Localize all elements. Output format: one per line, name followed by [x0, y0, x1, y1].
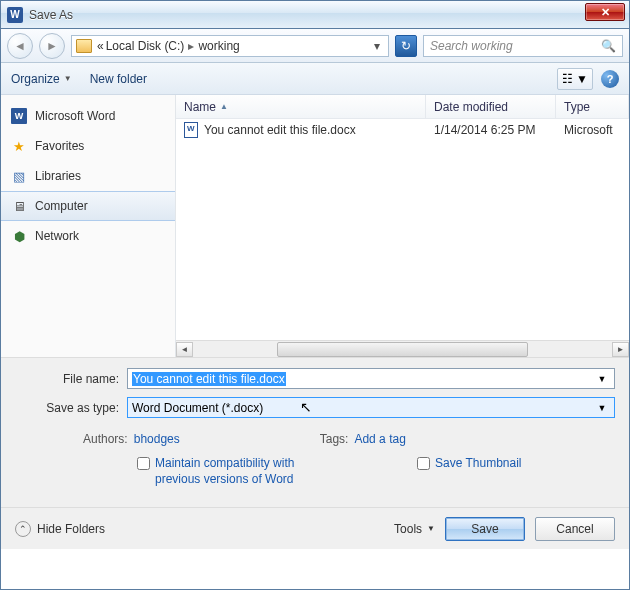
new-folder-label: New folder — [90, 72, 147, 86]
cancel-label: Cancel — [556, 522, 593, 536]
refresh-button[interactable]: ↻ — [395, 35, 417, 57]
breadcrumb-prefix: « — [97, 39, 104, 53]
content-area: W Microsoft Word ★ Favorites ▧ Libraries… — [1, 95, 629, 357]
nav-bar: ◄ ► « Local Disk (C:) ▸ working ▾ ↻ Sear… — [1, 29, 629, 63]
tools-button[interactable]: Tools ▼ — [394, 522, 435, 536]
star-icon: ★ — [11, 138, 27, 154]
save-as-dialog: W Save As ✕ ◄ ► « Local Disk (C:) ▸ work… — [0, 0, 630, 590]
footer: ⌃ Hide Folders Tools ▼ Save Cancel — [1, 507, 629, 549]
column-date[interactable]: Date modified — [426, 95, 556, 118]
file-date: 1/14/2014 6:25 PM — [426, 121, 556, 139]
file-type: Microsoft — [556, 121, 629, 139]
window-title: Save As — [29, 8, 73, 22]
column-date-label: Date modified — [434, 100, 508, 114]
chevron-down-icon: ▼ — [576, 72, 588, 86]
filename-dropdown-icon[interactable]: ▼ — [594, 374, 610, 384]
column-type-label: Type — [564, 100, 590, 114]
horizontal-scrollbar[interactable]: ◄ ► — [176, 340, 629, 357]
column-name[interactable]: Name ▲ — [176, 95, 426, 118]
libraries-icon: ▧ — [11, 168, 27, 184]
chevron-right-icon: ▸ — [186, 39, 196, 53]
sidebar-item-favorites[interactable]: ★ Favorites — [1, 131, 175, 161]
titlebar: W Save As ✕ — [1, 1, 629, 29]
column-name-label: Name — [184, 100, 216, 114]
maintain-compat-checkbox[interactable]: Maintain compatibility with previous ver… — [137, 456, 297, 487]
folder-icon — [76, 39, 92, 53]
chevron-down-icon: ▼ — [427, 524, 435, 533]
scroll-left-button[interactable]: ◄ — [176, 342, 193, 357]
search-input[interactable]: Search working 🔍 — [423, 35, 623, 57]
breadcrumb-dropdown-icon[interactable]: ▾ — [370, 39, 384, 53]
save-thumbnail-input[interactable] — [417, 457, 430, 470]
tags-field[interactable]: Tags: Add a tag — [320, 432, 406, 446]
save-thumbnail-label: Save Thumbnail — [435, 456, 522, 472]
metadata-row: Authors: bhodges Tags: Add a tag — [15, 432, 615, 446]
authors-value: bhodges — [134, 432, 180, 446]
save-label: Save — [471, 522, 498, 536]
column-type[interactable]: Type — [556, 95, 629, 118]
tags-label: Tags: — [320, 432, 349, 446]
search-placeholder: Search working — [430, 39, 513, 53]
filename-row: File name: You cannot edit this file.doc… — [15, 368, 615, 389]
savetype-dropdown-icon[interactable]: ▼ — [594, 403, 610, 413]
sidebar-item-word[interactable]: W Microsoft Word — [1, 101, 175, 131]
close-button[interactable]: ✕ — [585, 3, 625, 21]
computer-icon: 🖥 — [11, 198, 27, 214]
organize-button[interactable]: Organize ▼ — [11, 72, 72, 86]
tags-value: Add a tag — [354, 432, 405, 446]
hide-folders-label: Hide Folders — [37, 522, 105, 536]
breadcrumb-seg-2[interactable]: working — [198, 39, 239, 53]
file-list-header: Name ▲ Date modified Type — [176, 95, 629, 119]
filename-label: File name: — [15, 372, 127, 386]
tools-label: Tools — [394, 522, 422, 536]
scroll-thumb[interactable] — [277, 342, 528, 357]
savetype-select[interactable]: Word Document (*.docx) ↖ ▼ — [127, 397, 615, 418]
breadcrumb-seg-1[interactable]: Local Disk (C:) — [106, 39, 185, 53]
cancel-button[interactable]: Cancel — [535, 517, 615, 541]
maintain-compat-label: Maintain compatibility with previous ver… — [155, 456, 297, 487]
help-button[interactable]: ? — [601, 70, 619, 88]
view-icon: ☷ — [562, 72, 573, 86]
sidebar-item-label: Libraries — [35, 169, 81, 183]
save-thumbnail-checkbox[interactable]: Save Thumbnail — [417, 456, 522, 487]
breadcrumb[interactable]: « Local Disk (C:) ▸ working ▾ — [71, 35, 389, 57]
filename-input[interactable]: You cannot edit this file.docx ▼ — [127, 368, 615, 389]
file-list: Name ▲ Date modified Type You cannot edi… — [176, 95, 629, 357]
sidebar-item-label: Computer — [35, 199, 88, 213]
sidebar-item-network[interactable]: ⬢ Network — [1, 221, 175, 251]
sidebar-item-libraries[interactable]: ▧ Libraries — [1, 161, 175, 191]
maintain-compat-input[interactable] — [137, 457, 150, 470]
new-folder-button[interactable]: New folder — [90, 72, 147, 86]
form-area: File name: You cannot edit this file.doc… — [1, 357, 629, 507]
word-app-icon: W — [7, 7, 23, 23]
savetype-row: Save as type: Word Document (*.docx) ↖ ▼ — [15, 397, 615, 418]
authors-label: Authors: — [83, 432, 128, 446]
savetype-label: Save as type: — [15, 401, 127, 415]
word-icon: W — [11, 108, 27, 124]
forward-button[interactable]: ► — [39, 33, 65, 59]
toolbar: Organize ▼ New folder ☷ ▼ ? — [1, 63, 629, 95]
sidebar-item-label: Favorites — [35, 139, 84, 153]
back-button[interactable]: ◄ — [7, 33, 33, 59]
filename-value: You cannot edit this file.docx — [132, 372, 286, 386]
file-row[interactable]: You cannot edit this file.docx 1/14/2014… — [176, 119, 629, 141]
view-options-button[interactable]: ☷ ▼ — [557, 68, 593, 90]
network-icon: ⬢ — [11, 228, 27, 244]
scroll-track[interactable] — [193, 342, 612, 357]
sidebar-item-label: Microsoft Word — [35, 109, 115, 123]
hide-folders-button[interactable]: ⌃ Hide Folders — [15, 521, 105, 537]
sidebar: W Microsoft Word ★ Favorites ▧ Libraries… — [1, 95, 176, 357]
sidebar-item-label: Network — [35, 229, 79, 243]
collapse-icon: ⌃ — [15, 521, 31, 537]
sidebar-item-computer[interactable]: 🖥 Computer — [1, 191, 175, 221]
docx-icon — [184, 122, 198, 138]
chevron-down-icon: ▼ — [64, 74, 72, 83]
authors-field[interactable]: Authors: bhodges — [83, 432, 180, 446]
file-name: You cannot edit this file.docx — [204, 123, 356, 137]
sort-asc-icon: ▲ — [220, 102, 228, 111]
scroll-right-button[interactable]: ► — [612, 342, 629, 357]
save-button[interactable]: Save — [445, 517, 525, 541]
search-icon: 🔍 — [601, 39, 616, 53]
checkbox-row: Maintain compatibility with previous ver… — [15, 456, 615, 487]
savetype-value: Word Document (*.docx) — [132, 401, 263, 415]
